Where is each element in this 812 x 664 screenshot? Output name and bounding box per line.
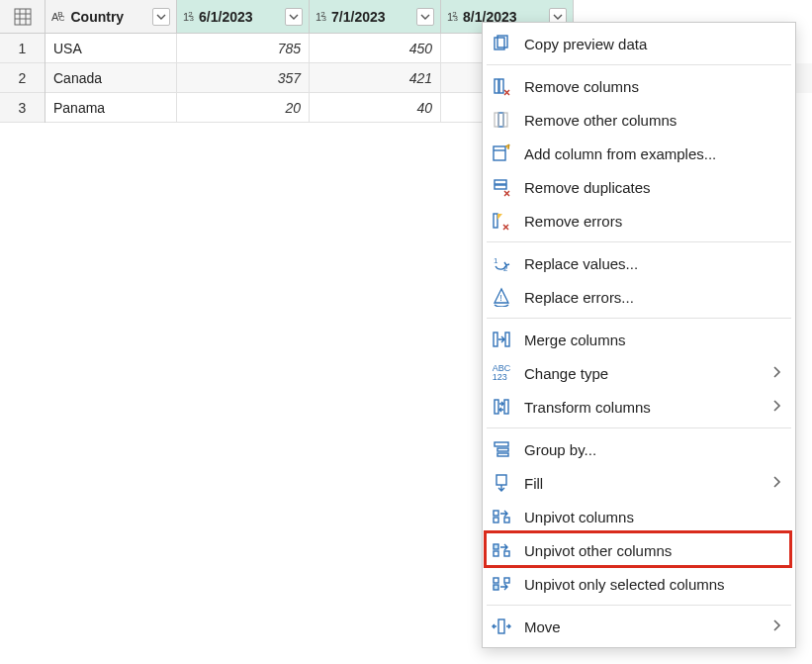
column-label: 7/1/2023 [331,9,412,25]
cell[interactable]: 20 [177,93,310,123]
cell[interactable]: USA [45,34,177,63]
menu-separator [487,605,791,606]
cell[interactable]: 40 [310,93,441,123]
menu-item-label: Remove duplicates [524,179,781,196]
menu-separator [487,427,791,428]
context-menu: Copy preview dataRemove columnsRemove ot… [482,22,796,648]
menu-item-label: Unpivot columns [524,509,781,525]
svg-rect-34 [494,578,498,583]
column-filter-button[interactable] [416,8,434,26]
menu-item-label: Fill [524,475,760,492]
menu-item-unpivot[interactable]: Unpivot columns [483,500,795,533]
menu-item-remove-cols[interactable]: Remove columns [483,69,795,103]
menu-item-transform[interactable]: Transform columns [483,390,795,424]
menu-item-label: Merge columns [524,332,781,348]
menu-item-replace-errs[interactable]: !Replace errors... [483,280,795,314]
menu-item-label: Copy preview data [524,36,781,52]
chevron-right-icon [771,618,781,635]
add-example-icon [491,142,512,164]
menu-separator [487,318,791,319]
merge-icon [491,329,512,350]
remove-dup-icon [491,176,512,198]
menu-item-label: Move [524,618,760,635]
svg-rect-14 [495,180,506,184]
menu-item-label: Remove errors [524,213,781,230]
column-label: 6/1/2023 [199,9,281,25]
row-number[interactable]: 2 [0,63,45,93]
svg-rect-16 [494,214,497,228]
group-by-icon [491,438,512,460]
column-filter-button[interactable] [285,8,303,26]
type-number-icon: 123 [447,11,459,23]
menu-item-fill[interactable]: Fill [483,466,795,500]
transform-icon [491,396,512,418]
menu-item-merge[interactable]: Merge columns [483,323,795,356]
svg-rect-7 [495,79,498,93]
cell[interactable]: Canada [45,63,177,93]
move-icon [491,616,512,637]
svg-rect-35 [494,585,498,590]
menu-item-remove-err[interactable]: Remove errors [483,204,795,237]
column-filter-button[interactable] [152,8,170,26]
svg-rect-36 [504,578,509,583]
svg-rect-9 [498,113,503,127]
svg-rect-20 [494,332,497,346]
column-header-1[interactable]: 1236/1/2023 [177,0,310,34]
cell[interactable]: 357 [177,63,310,93]
column-header-2[interactable]: 1237/1/2023 [310,0,441,34]
svg-rect-30 [504,518,509,522]
svg-rect-15 [495,185,506,189]
svg-rect-8 [499,79,503,93]
chevron-right-icon [771,399,781,416]
menu-item-label: Remove columns [524,78,781,95]
select-all-corner[interactable] [0,0,45,34]
svg-rect-26 [497,453,508,456]
menu-item-label: Unpivot other columns [524,542,781,559]
menu-item-change-type[interactable]: ABC123Change type [483,356,795,390]
cell[interactable]: 450 [310,34,441,63]
unpivot-icon [491,506,512,527]
remove-other-icon [491,109,512,131]
svg-rect-22 [495,400,498,414]
cell[interactable]: Panama [45,93,177,123]
remove-cols-icon [491,75,512,97]
type-text-icon: ABC [51,11,66,23]
cell[interactable]: 421 [310,63,441,93]
fill-icon [491,472,512,494]
remove-err-icon [491,210,512,232]
menu-item-move[interactable]: Move [483,610,795,643]
menu-item-label: Remove other columns [524,112,781,129]
svg-rect-25 [497,448,508,451]
menu-item-group-by[interactable]: Group by... [483,432,795,466]
svg-rect-29 [494,518,498,522]
row-number[interactable]: 1 [0,34,45,63]
menu-item-label: Replace errors... [524,289,781,306]
menu-item-remove-dup[interactable]: Remove duplicates [483,170,795,204]
unpivot-sel-icon [491,573,512,595]
svg-rect-23 [504,400,508,414]
menu-separator [487,64,791,65]
menu-item-add-example[interactable]: Add column from examples... [483,137,795,170]
svg-rect-37 [498,619,504,633]
svg-rect-0 [15,9,31,25]
svg-rect-12 [494,146,505,160]
chevron-right-icon [771,365,781,382]
menu-item-label: Group by... [524,441,781,458]
menu-item-unpivot-sel[interactable]: Unpivot only selected columns [483,567,795,601]
menu-item-remove-other[interactable]: Remove other columns [483,103,795,137]
menu-item-label: Unpivot only selected columns [524,576,781,593]
menu-item-replace-vals[interactable]: 12Replace values... [483,246,795,280]
svg-rect-24 [495,442,508,446]
svg-text:1: 1 [494,256,498,265]
menu-item-label: Change type [524,365,760,382]
row-number[interactable]: 3 [0,93,45,123]
cell[interactable]: 785 [177,34,310,63]
svg-rect-28 [494,511,498,516]
unpivot-other-icon [491,539,512,561]
menu-item-label: Transform columns [524,399,760,416]
menu-item-copy-preview[interactable]: Copy preview data [483,27,795,60]
menu-item-unpivot-other[interactable]: Unpivot other columns [483,533,795,567]
table-icon [14,8,32,26]
column-header-0[interactable]: ABCCountry [45,0,177,34]
svg-rect-21 [505,332,509,346]
